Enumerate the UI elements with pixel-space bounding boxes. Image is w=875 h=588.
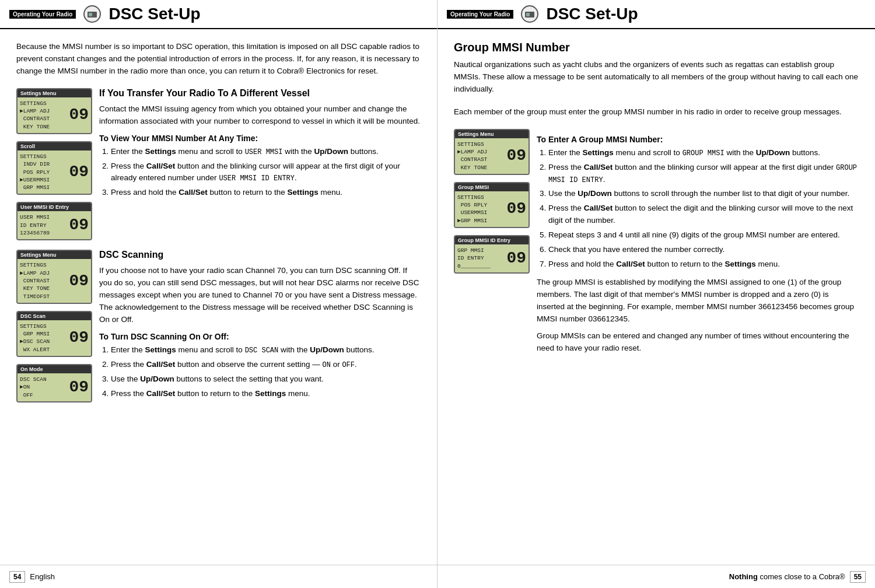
g-step-2: Press the Call/Set button and the blinki… xyxy=(548,162,859,186)
dsc-scan-display: DSC Scan SETTINGS GRP MMSI ►DSC SCAN WX … xyxy=(16,311,92,357)
right-footer: Nothing comes close to a Cobra® 55 xyxy=(438,565,875,588)
svg-rect-6 xyxy=(526,13,530,16)
user-mmsi-number: 09 xyxy=(66,217,89,233)
right-footer-right: Nothing comes close to a Cobra® 55 xyxy=(729,571,866,583)
group-mmsi-para2: Group MMSIs can be entered and changed a… xyxy=(537,330,859,355)
left-page-content: Because the MMSI number is so important … xyxy=(0,29,437,424)
right-page-number: 55 xyxy=(850,571,866,583)
on-mode-text: DSC SCAN ►ON OFF xyxy=(20,376,66,399)
scroll-label: Scroll xyxy=(18,142,91,150)
radio-icon-right xyxy=(519,4,540,24)
user-mmsi-display: User MMSI ID Entry USER MMSI ID ENTRY 12… xyxy=(16,202,92,240)
g-step-5: Repeat steps 3 and 4 until all nine (9) … xyxy=(548,229,859,242)
settings-menu-text-1: SETTINGS ►LAMP ADJ CONTRAST KEY TONE xyxy=(20,100,66,131)
settings-menu-label-2: Settings Menu xyxy=(18,251,91,259)
dsc-scanning-displays: Settings Menu SETTINGS ►LAMP ADJ CONTRAS… xyxy=(16,250,92,402)
svg-rect-2 xyxy=(89,13,92,16)
user-mmsi-label: User MMSI ID Entry xyxy=(18,203,91,211)
group-mmsi-displays: Settings Menu SETTINGS ►LAMP ADJ CONTRAS… xyxy=(454,129,530,274)
step-2-3: Use the Up/Down buttons to select the se… xyxy=(111,373,421,386)
scroll-number: 09 xyxy=(66,164,89,180)
user-mmsi-text: USER MMSI ID ENTRY 123456789 xyxy=(20,214,66,237)
dsc-scan-text: SETTINGS GRP MMSI ►DSC SCAN WX ALERT xyxy=(20,323,66,354)
dsc-scanning-body: If you choose not to have your radio sca… xyxy=(99,265,421,326)
transfer-displays: Settings Menu SETTINGS ►LAMP ADJ CONTRAS… xyxy=(16,88,92,241)
step-1-3: Press and hold the Call/Set button to re… xyxy=(111,187,421,199)
right-footer-brand: Nothing comes close to a Cobra® xyxy=(729,572,845,581)
step-2-4: Press the Call/Set button to return to t… xyxy=(111,388,421,400)
left-page: Operating Your Radio DSC Set-Up Because … xyxy=(0,0,438,588)
settings-menu-number-1: 09 xyxy=(66,107,89,123)
group-mmsi-section: Settings Menu SETTINGS ►LAMP ADJ CONTRAS… xyxy=(454,129,859,355)
right-settings-label: Settings Menu xyxy=(455,130,528,138)
group-mmsi-entry-number: 09 xyxy=(504,250,526,267)
group-mmsi-text-col: To Enter A Group MMSI Number: Enter the … xyxy=(537,129,859,355)
step-1-2: Press the Call/Set button and the blinki… xyxy=(111,160,421,185)
settings-menu-text-2: SETTINGS ►LAMP ADJ CONTRAST KEY TONE TIM… xyxy=(20,261,66,300)
left-intro-text: Because the MMSI number is so important … xyxy=(16,41,421,78)
scroll-text: SETTINGS INDV DIR POS RPLY ►USERMMSI GRP… xyxy=(20,153,66,191)
left-header-title: DSC Set-Up xyxy=(108,5,200,23)
transfer-section: Settings Menu SETTINGS ►LAMP ADJ CONTRAS… xyxy=(16,88,421,241)
settings-menu-display-1: Settings Menu SETTINGS ►LAMP ADJ CONTRAS… xyxy=(16,88,92,134)
group-mmsi-intro2: Each member of the group must enter the … xyxy=(454,106,859,118)
group-mmsi-label: Group MMSI xyxy=(455,183,528,191)
g-step-6: Check that you have entered the number c… xyxy=(548,244,859,256)
right-settings-number: 09 xyxy=(504,148,526,164)
step-2-2: Press the Call/Set button and observe th… xyxy=(111,359,421,371)
step-2-1: Enter the Settings menu and scroll to DS… xyxy=(111,344,421,356)
on-mode-number: 09 xyxy=(66,379,89,396)
view-mmsi-steps: Enter the Settings menu and scroll to US… xyxy=(99,146,421,200)
left-page-number: 54 xyxy=(9,571,25,583)
enter-group-mmsi-heading: To Enter A Group MMSI Number: xyxy=(537,135,859,144)
right-settings-display: Settings Menu SETTINGS ►LAMP ADJ CONTRAS… xyxy=(454,129,530,175)
footer-brand-suffix: comes close to a Cobra® xyxy=(760,572,845,581)
step-1-1: Enter the Settings menu and scroll to US… xyxy=(111,146,421,158)
settings-menu-label-1: Settings Menu xyxy=(18,89,91,97)
transfer-text-col: If You Transfer Your Radio To A Differen… xyxy=(99,88,421,202)
left-footer-left: 54 English xyxy=(9,571,55,583)
group-mmsi-entry-label: Group MMSI ID Entry xyxy=(455,236,528,244)
group-mmsi-para1: The group MMSI is established by modifyi… xyxy=(537,276,859,326)
group-mmsi-entry-text: GRP MMSI ID ENTRY 0_________ xyxy=(457,247,504,270)
view-mmsi-heading: To View Your MMSI Number At Any Time: xyxy=(99,134,421,143)
group-mmsi-intro1: Nautical organizations such as yacht clu… xyxy=(454,59,859,96)
dsc-scanning-heading: DSC Scanning xyxy=(99,250,421,260)
group-mmsi-heading: Group MMSI Number xyxy=(454,41,859,54)
right-header-title: DSC Set-Up xyxy=(546,5,638,23)
dsc-scan-label: DSC Scan xyxy=(18,312,91,320)
g-step-4: Press the Call/Set button to select the … xyxy=(548,202,859,227)
g-step-1: Enter the Settings menu and scroll to GR… xyxy=(548,147,859,159)
left-footer-text: English xyxy=(30,572,55,581)
radio-icon-left xyxy=(82,4,103,24)
svg-point-7 xyxy=(531,13,533,16)
svg-point-3 xyxy=(93,13,96,16)
transfer-heading: If You Transfer Your Radio To A Differen… xyxy=(99,88,421,99)
right-page-content: Group MMSI Number Nautical organizations… xyxy=(438,29,875,376)
on-mode-display: On Mode DSC SCAN ►ON OFF 09 xyxy=(16,364,92,402)
dsc-scanning-text-col: DSC Scanning If you choose not to have y… xyxy=(99,250,421,402)
right-header: Operating Your Radio DSC Set-Up xyxy=(438,0,875,29)
group-mmsi-text: SETTINGS POS RPLY USERMMSI ►GRP MMSI xyxy=(457,194,504,225)
scroll-display: Scroll SETTINGS INDV DIR POS RPLY ►USERM… xyxy=(16,141,92,195)
left-header: Operating Your Radio DSC Set-Up xyxy=(0,0,437,29)
dsc-scan-number: 09 xyxy=(66,330,89,346)
group-mmsi-entry-display: Group MMSI ID Entry GRP MMSI ID ENTRY 0_… xyxy=(454,235,530,274)
transfer-body: Contact the MMSI issuing agency from whi… xyxy=(99,103,421,128)
dsc-scanning-section: Settings Menu SETTINGS ►LAMP ADJ CONTRAS… xyxy=(16,250,421,402)
nothing-text: Nothing xyxy=(729,572,758,581)
left-header-badge: Operating Your Radio xyxy=(9,10,76,19)
group-mmsi-steps: Enter the Settings menu and scroll to GR… xyxy=(537,147,859,271)
group-mmsi-number: 09 xyxy=(504,201,526,217)
group-mmsi-display: Group MMSI SETTINGS POS RPLY USERMMSI ►G… xyxy=(454,182,530,228)
right-settings-text: SETTINGS ►LAMP ADJ CONTRAST KEY TONE xyxy=(457,141,504,172)
settings-menu-display-2: Settings Menu SETTINGS ►LAMP ADJ CONTRAS… xyxy=(16,250,92,303)
g-step-3: Use the Up/Down buttons to scroll throug… xyxy=(548,188,859,200)
dsc-scan-toggle-heading: To Turn DSC Scanning On Or Off: xyxy=(99,332,421,341)
right-page: Operating Your Radio DSC Set-Up Group MM… xyxy=(438,0,875,588)
g-step-7: Press and hold the Call/Set button to re… xyxy=(548,258,859,271)
on-mode-label: On Mode xyxy=(18,365,91,373)
settings-menu-number-2: 09 xyxy=(66,273,89,289)
dsc-scan-steps: Enter the Settings menu and scroll to DS… xyxy=(99,344,421,400)
right-header-badge: Operating Your Radio xyxy=(447,10,513,19)
